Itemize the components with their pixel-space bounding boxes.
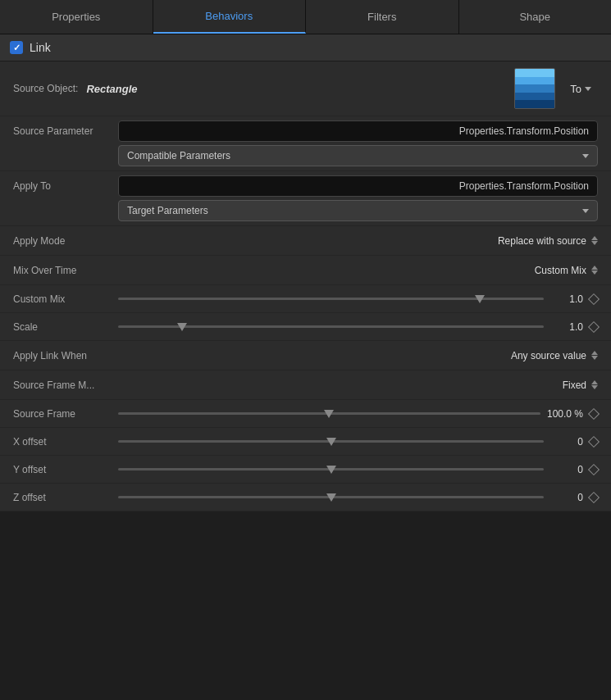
slider-track-custom-mix[interactable]	[118, 298, 544, 300]
source-parameter-row: Source Parameter Properties.Transform.Po…	[0, 116, 611, 171]
slider-thumb-x-offset[interactable]	[326, 438, 336, 446]
slider-thumb-z-offset[interactable]	[326, 493, 336, 502]
row-label-apply-link-when: Apply Link When	[13, 350, 128, 361]
source-parameter-value[interactable]: Properties.Transform.Position	[118, 120, 598, 142]
stepper-mix-over-time[interactable]	[591, 266, 598, 275]
slider-label-scale: Scale	[13, 321, 112, 333]
stepper-source-frame-m[interactable]	[591, 380, 598, 389]
slider-track-scale[interactable]	[118, 325, 544, 328]
slider-thumb-scale[interactable]	[177, 323, 187, 331]
tab-shape[interactable]: Shape	[459, 0, 612, 34]
slider-track-source-frame[interactable]	[118, 412, 540, 415]
source-parameter-label: Source Parameter	[13, 120, 112, 137]
arrow-down-icon[interactable]	[591, 385, 598, 389]
slider-value-custom-mix: 1.0	[550, 293, 583, 305]
slider-value-scale: 1.0	[550, 321, 583, 333]
source-parameter-fields: Properties.Transform.Position Compatible…	[118, 120, 598, 166]
slider-thumb-custom-mix[interactable]	[475, 295, 485, 303]
row-apply-mode: Apply Mode Replace with source	[0, 226, 611, 256]
arrow-down-icon[interactable]	[591, 356, 598, 360]
row-label-apply-mode: Apply Mode	[13, 235, 128, 247]
slider-track-y-offset[interactable]	[118, 468, 544, 470]
section-title: Link	[30, 41, 51, 54]
source-parameter-dropdown[interactable]: Compatible Parameters	[118, 145, 598, 166]
slider-value-source-frame: 100.0 %	[547, 408, 583, 420]
arrow-down-icon[interactable]	[591, 270, 598, 275]
row-value-source-frame-m: Fixed	[563, 380, 586, 391]
apply-to-fields: Properties.Transform.Position Target Par…	[118, 175, 598, 221]
keyframe-diamond-icon[interactable]	[588, 491, 600, 502]
tab-behaviors[interactable]: Behaviors	[153, 0, 307, 34]
arrow-down-icon[interactable]	[591, 241, 598, 245]
property-rows: Apply Mode Replace with source Mix Over …	[0, 226, 611, 511]
row-value-mix-over-time: Custom Mix	[535, 265, 586, 276]
slider-label-y-offset: Y offset	[13, 464, 112, 475]
slider-thumb-y-offset[interactable]	[326, 466, 336, 474]
source-object-label: Source Object:	[13, 83, 78, 94]
keyframe-diamond-icon[interactable]	[588, 463, 600, 475]
row-label-mix-over-time: Mix Over Time	[13, 265, 128, 276]
arrow-up-icon[interactable]	[591, 266, 598, 270]
row-z-offset: Z offset 0	[0, 484, 611, 511]
stepper-apply-link-when[interactable]	[591, 351, 598, 360]
tab-bar: Properties Behaviors Filters Shape	[0, 0, 611, 34]
arrow-up-icon[interactable]	[591, 236, 598, 240]
apply-to-value[interactable]: Properties.Transform.Position	[118, 175, 598, 197]
row-value-apply-link-when: Any source value	[511, 350, 586, 361]
behaviors-panel: Link Source Object: Rectangle To Source …	[0, 34, 611, 511]
slider-label-source-frame: Source Frame	[13, 408, 112, 420]
apply-to-label: Apply To	[13, 175, 112, 192]
apply-to-row: Apply To Properties.Transform.Position T…	[0, 171, 611, 226]
tab-properties[interactable]: Properties	[0, 0, 153, 34]
row-label-source-frame-m: Source Frame M...	[13, 380, 128, 391]
link-checkbox[interactable]	[10, 41, 23, 54]
arrow-up-icon[interactable]	[591, 380, 598, 384]
slider-track-x-offset[interactable]	[118, 440, 544, 443]
row-mix-over-time: Mix Over Time Custom Mix	[0, 256, 611, 285]
keyframe-diamond-icon[interactable]	[588, 293, 600, 304]
slider-value-y-offset: 0	[550, 464, 583, 475]
row-x-offset: X offset 0	[0, 428, 611, 456]
slider-track-z-offset[interactable]	[118, 496, 544, 498]
slider-label-x-offset: X offset	[13, 436, 112, 448]
slider-label-z-offset: Z offset	[13, 492, 112, 503]
row-y-offset: Y offset 0	[0, 456, 611, 484]
chevron-down-icon	[582, 209, 589, 213]
row-value-apply-mode: Replace with source	[498, 235, 586, 247]
arrow-up-icon[interactable]	[591, 351, 598, 355]
stepper-apply-mode[interactable]	[591, 236, 598, 245]
tab-filters[interactable]: Filters	[306, 0, 459, 34]
keyframe-diamond-icon[interactable]	[588, 407, 600, 419]
keyframe-diamond-icon[interactable]	[588, 320, 600, 332]
chevron-down-icon	[585, 87, 591, 91]
to-button[interactable]: To	[563, 80, 598, 98]
slider-label-custom-mix: Custom Mix	[13, 293, 112, 305]
chevron-down-icon	[582, 154, 589, 158]
source-object-thumbnail[interactable]	[514, 68, 555, 109]
source-object-name: Rectangle	[86, 83, 137, 95]
section-header: Link	[0, 34, 611, 61]
row-source-frame: Source Frame 100.0 %	[0, 400, 611, 428]
row-source-frame-m: Source Frame M... Fixed	[0, 370, 611, 400]
apply-to-dropdown[interactable]: Target Parameters	[118, 200, 598, 221]
row-custom-mix: Custom Mix 1.0	[0, 285, 611, 313]
row-apply-link-when: Apply Link When Any source value	[0, 341, 611, 370]
row-scale: Scale 1.0	[0, 313, 611, 341]
slider-thumb-source-frame[interactable]	[324, 410, 334, 418]
slider-value-z-offset: 0	[550, 492, 583, 503]
source-object-row: Source Object: Rectangle To	[0, 61, 611, 116]
keyframe-diamond-icon[interactable]	[588, 435, 600, 447]
slider-value-x-offset: 0	[550, 436, 583, 448]
